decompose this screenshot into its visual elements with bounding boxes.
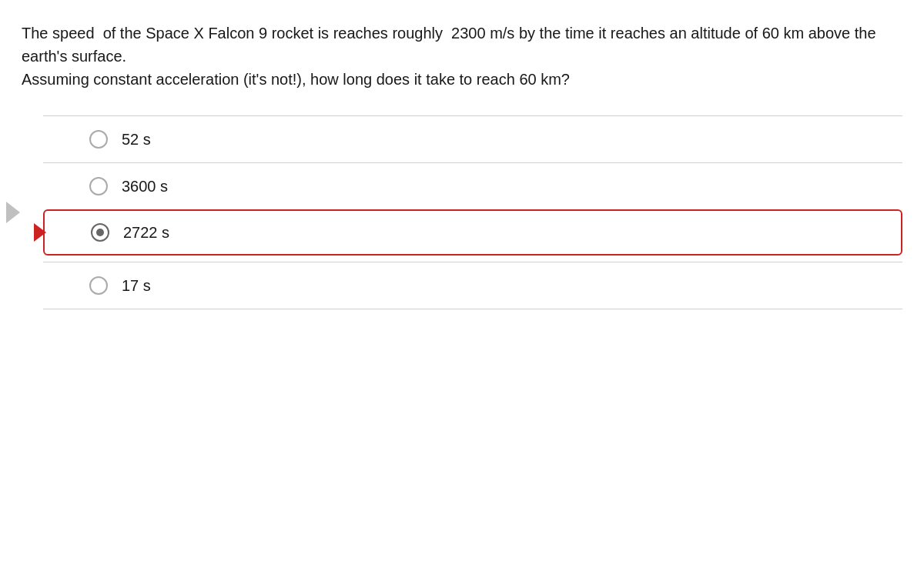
option-row-52s[interactable]: 52 s: [43, 115, 902, 162]
radio-2722s[interactable]: [91, 223, 109, 242]
option-row-3600s[interactable]: 3600 s: [43, 162, 902, 209]
option-label-52s: 52 s: [122, 131, 151, 149]
option-label-17s: 17 s: [122, 277, 151, 295]
gap-spacer: [43, 256, 902, 262]
radio-17s[interactable]: [89, 276, 108, 295]
options-container: 52 s 3600 s 2722 s 17 s: [22, 115, 902, 309]
question-text: The speed of the Space X Falcon 9 rocket…: [22, 22, 902, 91]
radio-3600s[interactable]: [89, 177, 108, 195]
option-label-2722s: 2722 s: [123, 224, 169, 242]
question-container: The speed of the Space X Falcon 9 rocket…: [22, 22, 902, 115]
option-row-17s[interactable]: 17 s: [43, 262, 902, 309]
option-label-3600s: 3600 s: [122, 178, 168, 195]
radio-52s[interactable]: [89, 130, 108, 149]
page-arrow-left: [6, 202, 20, 223]
selected-arrow-icon: [34, 223, 46, 242]
option-row-2722s[interactable]: 2722 s: [43, 209, 902, 256]
